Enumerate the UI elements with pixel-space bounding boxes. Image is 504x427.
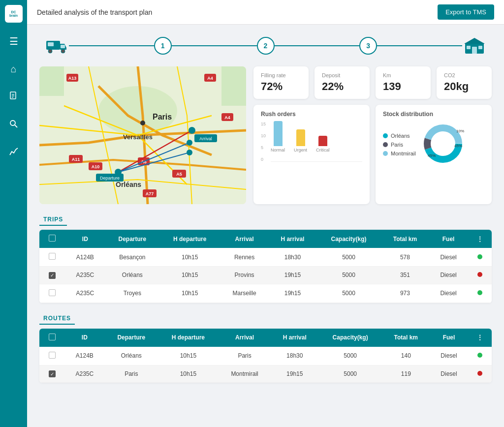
kpi-card-3: CO2 20kg [437, 66, 492, 99]
svg-text:Arrival: Arrival [199, 136, 212, 141]
progress-segment-2 [172, 45, 257, 46]
step-3-circle[interactable]: 3 [359, 37, 377, 55]
row-checkbox-0[interactable] [49, 352, 56, 359]
svg-rect-14 [467, 46, 471, 49]
svg-text:Orléans: Orléans [116, 181, 141, 188]
cell-1-2: Paris [105, 365, 158, 383]
svg-point-54 [433, 134, 453, 153]
progress-segment-4 [377, 45, 462, 46]
svg-point-45 [187, 140, 192, 146]
cell-0-5: 18h30 [271, 347, 318, 366]
legend-dot-1 [383, 142, 388, 147]
cell-2-6: 5000 [316, 284, 380, 303]
svg-line-5 [15, 125, 17, 127]
th-col-9: ⋮ [468, 329, 492, 347]
th-col-7: Total km [381, 230, 429, 248]
header-checkbox[interactable] [49, 235, 56, 242]
status-dot-1 [477, 371, 482, 376]
cell-0-8: Diesel [430, 347, 468, 366]
legend-label-0: Orléans [391, 133, 410, 139]
table-row[interactable]: ✓A235COrléans10h15Provins19h155000351Die… [39, 267, 492, 284]
cell-2-3: 10h15 [159, 284, 220, 303]
th-col-3: H departure [159, 230, 220, 248]
legend-label-2: Montmirail [391, 151, 416, 156]
svg-text:A4: A4 [224, 115, 230, 120]
th-col-6: Capacity(kg) [316, 230, 380, 248]
row-checkbox-2[interactable] [49, 289, 56, 296]
sidebar-analytics-icon[interactable] [5, 143, 23, 160]
stock-distribution-card: Stock distribution Orléans Paris Montmir… [376, 105, 492, 204]
kpi-card-1: Deposit 22% [315, 66, 370, 99]
cell-1-3: 10h15 [159, 267, 220, 284]
cell-2-2: Troyes [105, 284, 159, 303]
step-2-circle[interactable]: 2 [257, 37, 275, 55]
table-row[interactable]: A124BBesançon10h15Rennes18h305000578Dies… [39, 248, 492, 267]
cell-1-5: 19h15 [271, 365, 318, 383]
table-row[interactable]: ✓A235CParis10h15Montmirail19h155000119Di… [39, 365, 492, 383]
svg-text:10%: 10% [456, 129, 464, 133]
svg-point-36 [140, 121, 145, 125]
row-checkbox-1[interactable]: ✓ [49, 272, 56, 279]
row-checkbox-1[interactable]: ✓ [49, 370, 56, 377]
th-col-6: Capacity(kg) [318, 329, 382, 347]
step-1-circle[interactable]: 1 [154, 37, 172, 55]
cell-1-2: Orléans [105, 267, 159, 284]
bar-label-0: Normal [271, 148, 285, 152]
th-col-0 [39, 230, 65, 248]
kpi-value-2: 139 [383, 80, 423, 93]
svg-text:Versailles: Versailles [123, 133, 153, 141]
svg-text:A13: A13 [68, 76, 77, 81]
kpi-row: Filling rate 72%Deposit 22%Km 139CO2 20k… [253, 66, 492, 99]
th-col-8: Fuel [429, 230, 468, 248]
cell-0-2: Besançon [105, 248, 159, 267]
sidebar-doc-icon[interactable] [5, 88, 23, 105]
trips-tab[interactable]: TRIPS [39, 214, 67, 226]
cell-0-1: A124B [64, 347, 105, 366]
trips-table: IDDepartureH departureArrivalH arrivalCa… [39, 230, 492, 303]
svg-text:45%: 45% [454, 144, 462, 148]
cell-1-5: 19h15 [269, 267, 317, 284]
bar-label-2: Critical [316, 148, 330, 152]
cell-1-6: 5000 [318, 365, 382, 383]
kpi-value-0: 72% [261, 80, 301, 93]
donut-area: Orléans Paris Montmirail 10% [383, 122, 484, 168]
th-col-1: ID [65, 230, 105, 248]
top-section: A13 A4 A4 A11 A10 A6 A5 A77 [39, 66, 492, 204]
truck-icon [44, 34, 69, 57]
sidebar-menu-icon[interactable]: ☰ [5, 32, 23, 50]
cell-0-3: 10h15 [159, 248, 220, 267]
svg-text:A5: A5 [176, 172, 182, 177]
kpi-value-1: 22% [322, 80, 362, 93]
legend-item-2: Montmirail [383, 151, 416, 156]
svg-point-44 [189, 127, 195, 134]
warehouse-icon [462, 34, 487, 57]
cell-1-4: Montmirail [219, 365, 271, 383]
cell-2-5: 19h15 [269, 284, 317, 303]
svg-rect-19 [221, 66, 246, 106]
row-checkbox-0[interactable] [49, 253, 56, 260]
cell-0-1: A124B [65, 248, 105, 267]
table-row[interactable]: A124BOrléans10h15Paris18h305000140Diesel [39, 347, 492, 366]
cell-0-6: 5000 [318, 347, 382, 366]
th-col-9: ⋮ [468, 230, 492, 248]
rush-orders-chart: 15 10 5 0 Normal Urgent Critical [261, 122, 362, 171]
progress-stepper: 1 2 3 [39, 34, 492, 57]
export-tms-button[interactable]: Export to TMS [438, 4, 494, 20]
legend-item-0: Orléans [383, 133, 416, 139]
bar-1 [296, 129, 305, 146]
cell-0-4: Rennes [220, 248, 269, 267]
header-checkbox[interactable] [49, 334, 56, 340]
kpi-value-3: 20kg [444, 80, 484, 93]
svg-rect-0 [10, 92, 16, 99]
th-col-1: ID [64, 329, 105, 347]
sidebar-search-icon[interactable] [5, 115, 23, 133]
progress-segment-3 [275, 45, 360, 46]
main-content: Detailed analysis of the transport plan … [27, 0, 504, 427]
kpi-card-0: Filling rate 72% [253, 66, 309, 99]
rush-orders-card: Rush orders 15 10 5 0 Normal Urgent Crit… [253, 105, 370, 204]
bar-group-0: Normal [271, 121, 285, 152]
table-row[interactable]: A235CTroyes10h15Marseille19h155000973Die… [39, 284, 492, 303]
svg-point-4 [10, 121, 15, 125]
routes-tab[interactable]: ROUTES [39, 313, 75, 325]
sidebar-home-icon[interactable]: ⌂ [5, 60, 23, 78]
